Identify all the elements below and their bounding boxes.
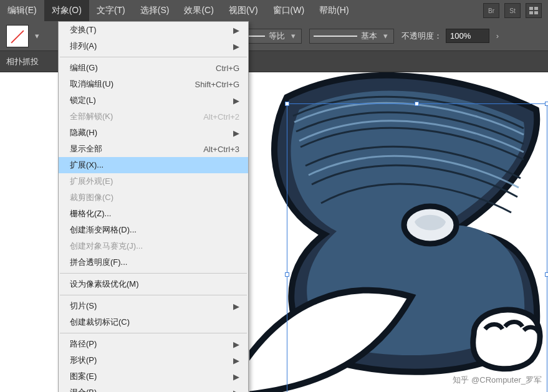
menu-item[interactable]: 栅格化(Z)... <box>59 206 248 222</box>
chevron-down-icon: ▾ <box>381 32 390 41</box>
fill-stroke-swatch[interactable] <box>6 25 29 47</box>
menu-window[interactable]: 窗口(W) <box>266 0 312 21</box>
menu-label: 视图(V) <box>229 5 258 16</box>
menu-item: 扩展外观(E) <box>59 173 248 189</box>
selection-handle[interactable] <box>285 272 289 277</box>
menu-item-label: 显示全部 <box>70 143 203 155</box>
menu-help[interactable]: 帮助(H) <box>312 0 356 21</box>
selection-handle[interactable] <box>545 102 548 106</box>
menu-item: 裁剪图像(C) <box>59 189 248 206</box>
menu-item-label: 变换(T) <box>70 24 233 36</box>
menu-item-label: 创建裁切标记(C) <box>70 317 239 328</box>
menu-item: 全部解锁(K)Alt+Ctrl+2 <box>59 108 248 125</box>
menu-item-label: 形状(P) <box>70 355 233 366</box>
menu-item-shortcut: Alt+Ctrl+3 <box>203 145 239 154</box>
opacity-group: 不透明度： 100% › <box>401 29 502 43</box>
menu-item[interactable]: 锁定(L)▶ <box>59 92 248 108</box>
menu-view[interactable]: 视图(V) <box>221 0 266 21</box>
menu-select[interactable]: 选择(S) <box>133 0 177 21</box>
menu-item[interactable]: 扩展(X)... <box>59 157 248 173</box>
menu-item-label: 裁剪图像(C) <box>70 192 239 203</box>
submenu-arrow-icon: ▶ <box>233 42 239 51</box>
selection-handle[interactable] <box>545 272 548 277</box>
submenu-arrow-icon: ▶ <box>233 302 239 311</box>
submenu-arrow-icon: ▶ <box>233 372 239 381</box>
chevron-down-icon: ▾ <box>289 32 297 41</box>
menu-type[interactable]: 文字(T) <box>89 0 133 21</box>
menu-item-label: 排列(A) <box>70 41 233 52</box>
menu-item-label: 创建对象马赛克(J)... <box>70 241 239 252</box>
menu-item[interactable]: 混合(B)▶ <box>59 385 248 392</box>
submenu-arrow-icon: ▶ <box>233 96 239 105</box>
submenu-arrow-icon: ▶ <box>233 340 239 349</box>
menu-item[interactable]: 隐藏(H)▶ <box>59 125 248 141</box>
selection-handle[interactable] <box>285 102 289 106</box>
menu-separator <box>60 295 247 295</box>
svg-rect-0 <box>529 7 533 10</box>
svg-rect-2 <box>529 11 533 14</box>
menu-item[interactable]: 编组(G)Ctrl+G <box>59 60 248 76</box>
menu-item-label: 图案(E) <box>70 371 233 382</box>
swatch-dropdown-icon[interactable]: ▾ <box>32 32 41 41</box>
menu-item: 创建对象马赛克(J)... <box>59 238 248 254</box>
menu-item-label: 全部解锁(K) <box>70 111 203 122</box>
menu-label: 选择(S) <box>140 5 170 16</box>
menu-label: 效果(C) <box>184 5 213 16</box>
menu-label: 文字(T) <box>97 5 125 16</box>
menu-label: 编辑(E) <box>7 5 37 16</box>
menu-label: 帮助(H) <box>319 5 349 16</box>
opacity-more-icon[interactable]: › <box>493 32 502 41</box>
menu-item-label: 创建渐变网格(D)... <box>70 224 239 236</box>
menu-effect[interactable]: 效果(C) <box>176 0 221 21</box>
menu-item[interactable]: 排列(A)▶ <box>59 38 248 54</box>
menu-separator <box>60 273 247 274</box>
menu-item[interactable]: 图案(E)▶ <box>59 368 248 385</box>
arrange-docs-icon[interactable] <box>526 3 542 18</box>
selection-bounds[interactable] <box>287 103 547 392</box>
menu-item-label: 混合(B) <box>70 387 233 392</box>
menu-item-label: 取消编组(U) <box>70 79 195 90</box>
submenu-arrow-icon: ▶ <box>233 388 239 393</box>
menubar-icons: Br St <box>483 0 548 21</box>
menu-item-label: 编组(G) <box>70 62 216 74</box>
menu-item[interactable]: 创建裁切标记(C) <box>59 314 248 330</box>
menu-separator <box>60 333 247 333</box>
stock-icon[interactable]: St <box>504 3 521 18</box>
document-tab[interactable]: 相扑抓投 <box>6 56 39 67</box>
menu-item[interactable]: 拼合透明度(F)... <box>59 254 248 270</box>
selection-handle[interactable] <box>415 102 419 106</box>
menu-item-label: 扩展(X)... <box>70 160 239 171</box>
stroke-select[interactable]: 基本 ▾ <box>309 29 394 44</box>
menu-edit[interactable]: 编辑(E) <box>0 0 44 21</box>
menu-item-label: 路径(P) <box>70 338 233 350</box>
svg-rect-1 <box>534 7 538 10</box>
menu-item-shortcut: Shift+Ctrl+G <box>195 80 239 89</box>
watermark: 知乎 @CRomputer_罗军 <box>453 375 542 386</box>
opacity-label: 不透明度： <box>401 31 442 42</box>
object-menu-dropdown: 变换(T)▶排列(A)▶编组(G)Ctrl+G取消编组(U)Shift+Ctrl… <box>58 21 249 392</box>
menu-object[interactable]: 对象(O) <box>44 0 89 21</box>
menu-item[interactable]: 变换(T)▶ <box>59 22 248 38</box>
menu-item[interactable]: 形状(P)▶ <box>59 352 248 368</box>
bridge-icon[interactable]: Br <box>483 3 499 18</box>
menu-item[interactable]: 显示全部Alt+Ctrl+3 <box>59 141 248 157</box>
menu-item[interactable]: 切片(S)▶ <box>59 298 248 314</box>
submenu-arrow-icon: ▶ <box>233 356 239 365</box>
menu-item-label: 锁定(L) <box>70 95 233 106</box>
stroke-label: 基本 <box>361 31 377 42</box>
menu-item-label: 栅格化(Z)... <box>70 208 239 219</box>
stroke-group: 基本 ▾ <box>309 29 394 44</box>
menu-item[interactable]: 创建渐变网格(D)... <box>59 222 248 238</box>
menu-item-shortcut: Alt+Ctrl+2 <box>203 112 239 122</box>
menubar: 编辑(E) 对象(O) 文字(T) 选择(S) 效果(C) 视图(V) 窗口(W… <box>0 0 548 21</box>
opacity-input[interactable]: 100% <box>446 29 489 43</box>
menu-label: 对象(O) <box>52 5 82 16</box>
menu-item-shortcut: Ctrl+G <box>216 64 239 73</box>
menu-item[interactable]: 取消编组(U)Shift+Ctrl+G <box>59 76 248 92</box>
menu-item[interactable]: 路径(P)▶ <box>59 336 248 352</box>
menu-label: 窗口(W) <box>273 5 305 16</box>
menu-separator <box>60 57 247 57</box>
ratio-label: 等比 <box>269 31 285 42</box>
menu-item[interactable]: 设为像素级优化(M) <box>59 276 248 292</box>
menu-item-label: 切片(S) <box>70 300 233 312</box>
